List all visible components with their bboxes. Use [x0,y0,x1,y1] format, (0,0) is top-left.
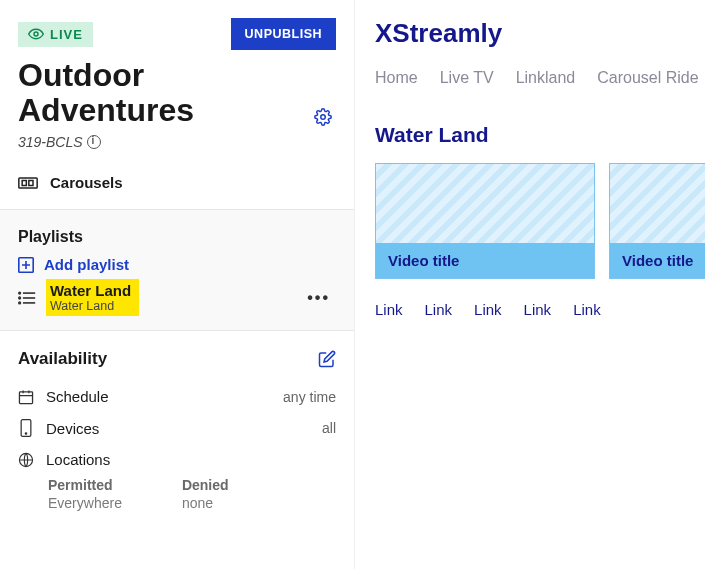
video-card-title: Video title [610,243,705,278]
svg-point-1 [321,115,326,120]
preview-carousel-title: Water Land [375,123,705,147]
globe-icon [18,452,34,468]
permitted-value: Everywhere [48,495,122,511]
nav-item[interactable]: Live TV [440,69,494,87]
devices-value: all [322,420,336,436]
schedule-label: Schedule [46,388,109,405]
video-card-title: Video title [376,243,594,278]
preview-link[interactable]: Link [474,301,502,318]
denied-label: Denied [182,477,229,493]
svg-point-0 [34,32,38,36]
playlist-item-title: Water Land [50,282,131,299]
nav-item[interactable]: Carousel Ride [597,69,698,87]
permitted-label: Permitted [48,477,122,493]
denied-value: none [182,495,229,511]
editor-header: LIVE UNPUBLISH Outdoor Adventures 319-BC… [0,0,354,158]
svg-point-8 [19,302,21,304]
preview-nav: Home Live TV Linkland Carousel Ride [375,69,705,87]
preview-pane: XStreamly Home Live TV Linkland Carousel… [355,0,705,569]
edit-availability-button[interactable] [318,350,336,368]
nav-item[interactable]: Linkland [516,69,576,87]
preview-link[interactable]: Link [524,301,552,318]
preview-link[interactable]: Link [425,301,453,318]
svg-rect-9 [19,392,32,404]
live-badge: LIVE [18,22,93,47]
plus-box-icon [18,257,34,273]
devices-row[interactable]: Devices all [18,412,336,444]
settings-button[interactable] [310,104,336,130]
nav-item[interactable]: Home [375,69,418,87]
preview-brand: XStreamly [375,18,705,49]
devices-label: Devices [46,420,99,437]
reference-id-row: 319-BCLS [18,134,336,150]
add-playlist-button[interactable]: Add playlist [18,256,336,273]
playlists-section: Playlists Add playlist Water La [0,210,354,330]
locations-detail: Permitted Everywhere Denied none [18,477,336,511]
svg-rect-3 [22,180,26,185]
video-card[interactable]: Video title [609,163,705,279]
playlists-title: Playlists [18,228,336,246]
list-icon [18,291,36,305]
unpublish-button[interactable]: UNPUBLISH [231,18,336,50]
preview-link[interactable]: Link [573,301,601,318]
editor-pane: LIVE UNPUBLISH Outdoor Adventures 319-BC… [0,0,355,569]
availability-section: Availability Schedule any tim [0,331,354,529]
schedule-value: any time [283,389,336,405]
schedule-row[interactable]: Schedule any time [18,381,336,412]
video-card[interactable]: Video title [375,163,595,279]
playlist-item-subtitle: Water Land [50,299,131,313]
locations-label: Locations [46,451,110,468]
playlist-item[interactable]: Water Land Water Land ••• [14,277,340,318]
playlist-item-menu-button[interactable]: ••• [301,283,336,313]
eye-icon [28,28,44,40]
svg-point-11 [25,433,26,434]
carousels-row[interactable]: Carousels [0,158,354,209]
preview-link-row: Link Link Link Link Link [375,301,705,318]
locations-row[interactable]: Locations [18,444,336,475]
carousels-icon [18,175,38,191]
carousels-label: Carousels [50,174,123,191]
calendar-icon [18,389,34,405]
reference-id: 319-BCLS [18,134,83,150]
svg-rect-4 [29,180,33,185]
page-title: Outdoor Adventures [18,58,310,128]
preview-link[interactable]: Link [375,301,403,318]
live-badge-text: LIVE [50,27,83,42]
gear-icon [314,108,332,126]
info-icon[interactable] [87,135,101,149]
add-playlist-label: Add playlist [44,256,129,273]
preview-cards: Video title Video title [375,163,705,279]
device-icon [18,419,34,437]
svg-point-6 [19,292,21,294]
pencil-square-icon [318,350,336,368]
availability-title: Availability [18,349,107,369]
svg-point-7 [19,297,21,299]
